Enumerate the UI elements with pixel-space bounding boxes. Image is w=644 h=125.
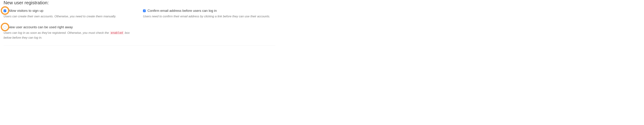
option-row: Allow visitors to sign up (4, 9, 136, 13)
option-row: New user accounts can be used right away (4, 25, 136, 29)
check-icon (143, 10, 145, 12)
option-confirm-email: Confirm email address before users can l… (143, 9, 275, 19)
options-grid: Allow visitors to sign up Users can crea… (4, 9, 275, 40)
option-allow-signup: Allow visitors to sign up Users can crea… (4, 9, 136, 19)
checkbox-use-right-away[interactable] (4, 26, 6, 28)
option-desc-allow-signup: Users can create their own accounts. Oth… (4, 14, 136, 19)
desc-text-before: Users can log in as soon as they've regi… (4, 31, 110, 34)
checkbox-allow-signup[interactable] (4, 10, 6, 12)
checkbox-confirm-email[interactable] (143, 10, 146, 12)
option-label-use-right-away[interactable]: New user accounts can be used right away (8, 25, 73, 29)
option-desc-use-right-away: Users can log in as soon as they've regi… (4, 30, 136, 40)
check-icon (4, 10, 6, 12)
option-row: Confirm email address before users can l… (143, 9, 275, 13)
desc-code: enabled (110, 31, 124, 35)
option-desc-confirm-email: Users need to confirm their email addres… (143, 14, 275, 19)
option-use-right-away: New user accounts can be used right away… (4, 25, 136, 40)
section-heading: New user registration: (4, 0, 275, 6)
option-label-confirm-email[interactable]: Confirm email address before users can l… (148, 9, 217, 13)
option-label-allow-signup[interactable]: Allow visitors to sign up (8, 9, 43, 13)
